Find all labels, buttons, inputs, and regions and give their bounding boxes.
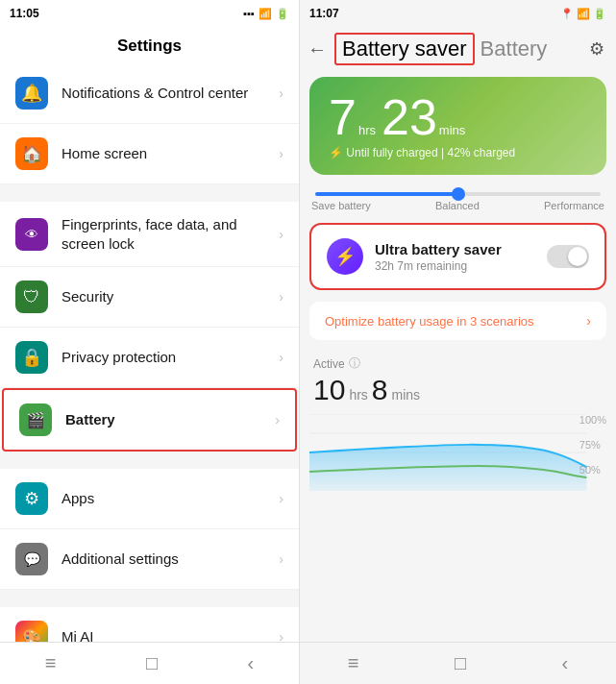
- right-home-icon[interactable]: □: [455, 652, 466, 674]
- left-bottom-nav: ≡ □ ‹: [0, 642, 299, 684]
- location-icon: 📍: [560, 8, 574, 20]
- additional-icon: 💬: [15, 543, 48, 575]
- privacy-icon: 🔒: [15, 341, 48, 374]
- chart-100: 100%: [579, 414, 606, 426]
- optimize-banner[interactable]: Optimize battery usage in 3 scenarios ›: [309, 302, 606, 340]
- menu-label-home-screen: Home screen: [62, 144, 279, 163]
- menu-list: 🔔 Notifications & Control center › 🏠 Hom…: [0, 63, 299, 642]
- home-screen-icon: 🏠: [15, 137, 48, 170]
- menu-item-notifications[interactable]: 🔔 Notifications & Control center ›: [0, 63, 299, 124]
- menu-item-additional[interactable]: 💬 Additional settings ›: [0, 529, 299, 590]
- back-nav-icon[interactable]: ‹: [248, 652, 255, 674]
- ultra-icon: ⚡: [327, 238, 363, 275]
- signal-icon: ▪▪▪: [243, 8, 255, 19]
- menu-label-additional: Additional settings: [62, 550, 279, 569]
- header-title-group: Battery saver Battery: [334, 33, 589, 65]
- section-gap-1: [0, 184, 299, 202]
- menu-item-miai[interactable]: 🎨 Mi AI ›: [0, 607, 299, 642]
- battery-chart: [309, 414, 606, 491]
- chevron-additional: ›: [279, 551, 283, 567]
- chevron-battery: ›: [275, 412, 280, 428]
- slider-label-save: Save battery: [311, 200, 371, 211]
- menu-item-security[interactable]: 🛡 Security ›: [0, 267, 299, 328]
- battery-menu-icon: 🎬: [19, 403, 52, 436]
- menu-label-notifications: Notifications & Control center: [62, 84, 279, 103]
- battery-icon-left: 🔋: [276, 8, 289, 20]
- notifications-icon: 🔔: [15, 77, 48, 110]
- menu-label-apps: Apps: [62, 489, 279, 508]
- chevron-notifications: ›: [279, 86, 283, 101]
- battery-hours: 7: [329, 92, 357, 142]
- ultra-toggle[interactable]: [547, 245, 589, 268]
- slider-label-balanced: Balanced: [435, 200, 480, 211]
- active-hrs-unit: hrs: [349, 387, 367, 403]
- right-header: ← Battery saver Battery ⚙: [300, 27, 616, 71]
- back-button[interactable]: ←: [308, 38, 334, 61]
- menu-label-miai: Mi AI: [62, 627, 279, 642]
- menu-item-apps[interactable]: ⚙ Apps ›: [0, 469, 299, 529]
- menu-nav-icon[interactable]: ≡: [45, 652, 57, 674]
- home-nav-icon[interactable]: □: [146, 652, 158, 674]
- section-gap-3: [0, 590, 299, 607]
- right-panel: 11:07 📍 📶 🔋 ← Battery saver Battery ⚙ 7 …: [300, 0, 616, 684]
- slider-fill: [315, 192, 458, 196]
- active-section: Active ⓘ 10 hrs 8 mins: [300, 348, 616, 410]
- menu-item-battery[interactable]: 🎬 Battery ›: [2, 388, 297, 452]
- right-menu-icon[interactable]: ≡: [348, 652, 359, 674]
- ultra-text-group: Ultra battery saver 32h 7m remaining: [375, 241, 535, 273]
- active-mins: 8: [372, 374, 388, 406]
- chevron-home: ›: [279, 146, 283, 161]
- optimize-text: Optimize battery usage in 3 scenarios: [325, 314, 534, 329]
- tab-battery-saver[interactable]: Battery saver: [334, 33, 475, 65]
- slider-track[interactable]: [315, 192, 601, 196]
- status-bar-left: 11:05 ▪▪▪ 📶 🔋: [0, 0, 299, 27]
- chevron-miai: ›: [279, 629, 283, 642]
- toggle-knob: [568, 247, 587, 266]
- settings-gear-icon[interactable]: ⚙: [589, 38, 604, 60]
- chevron-fingerprints: ›: [279, 227, 283, 242]
- slider-label-performance: Performance: [544, 200, 604, 211]
- chevron-apps: ›: [279, 491, 283, 506]
- section-gap-2: [0, 452, 299, 469]
- chart-labels: 100% 75% 50%: [579, 414, 606, 476]
- right-bottom-nav: ≡ □ ‹: [300, 642, 616, 684]
- right-wifi-icon: 📶: [577, 8, 590, 20]
- battery-subtitle: ⚡ Until fully charged | 42% charged: [329, 146, 587, 159]
- battery-mins-label: mins: [439, 123, 465, 137]
- status-bar-right: 11:07 📍 📶 🔋: [300, 0, 616, 27]
- right-status-icons: 📍 📶 🔋: [560, 8, 606, 20]
- chevron-privacy: ›: [279, 350, 283, 365]
- chart-75: 75%: [579, 439, 606, 451]
- active-label: Active ⓘ: [313, 355, 603, 372]
- active-hours: 10: [313, 374, 345, 406]
- left-time: 11:05: [10, 7, 39, 20]
- battery-hrs-label: hrs: [358, 123, 376, 137]
- right-back-icon[interactable]: ‹: [562, 652, 569, 674]
- left-status-icons: ▪▪▪ 📶 🔋: [243, 8, 289, 20]
- fingerprints-icon: 👁: [15, 218, 48, 251]
- right-battery-icon: 🔋: [593, 8, 606, 20]
- wifi-icon: 📶: [259, 8, 272, 20]
- miai-icon: 🎨: [15, 621, 48, 642]
- performance-slider[interactable]: [300, 181, 616, 200]
- ultra-battery-card: ⚡ Ultra battery saver 32h 7m remaining: [309, 223, 606, 290]
- right-time: 11:07: [309, 7, 339, 20]
- slider-labels: Save battery Balanced Performance: [300, 200, 616, 211]
- menu-item-fingerprints[interactable]: 👁 Fingerprints, face data, and screen lo…: [0, 202, 299, 267]
- slider-thumb[interactable]: [452, 187, 465, 201]
- menu-item-home-screen[interactable]: 🏠 Home screen ›: [0, 124, 299, 184]
- active-mins-unit: mins: [392, 387, 421, 403]
- settings-title: Settings: [0, 27, 299, 63]
- active-time-display: 10 hrs 8 mins: [313, 374, 603, 406]
- menu-label-security: Security: [62, 287, 279, 306]
- battery-card: 7 hrs 23 mins ⚡ Until fully charged | 42…: [309, 77, 606, 175]
- menu-item-privacy[interactable]: 🔒 Privacy protection ›: [0, 328, 299, 388]
- menu-label-battery: Battery: [65, 410, 275, 429]
- chart-area: 100% 75% 50%: [309, 414, 606, 642]
- chevron-security: ›: [279, 289, 283, 305]
- menu-label-fingerprints: Fingerprints, face data, and screen lock: [62, 215, 279, 253]
- ultra-subtitle: 32h 7m remaining: [375, 259, 535, 273]
- info-icon: ⓘ: [349, 355, 360, 372]
- tab-battery[interactable]: Battery: [480, 37, 548, 61]
- battery-time-display: 7 hrs 23 mins: [329, 92, 587, 142]
